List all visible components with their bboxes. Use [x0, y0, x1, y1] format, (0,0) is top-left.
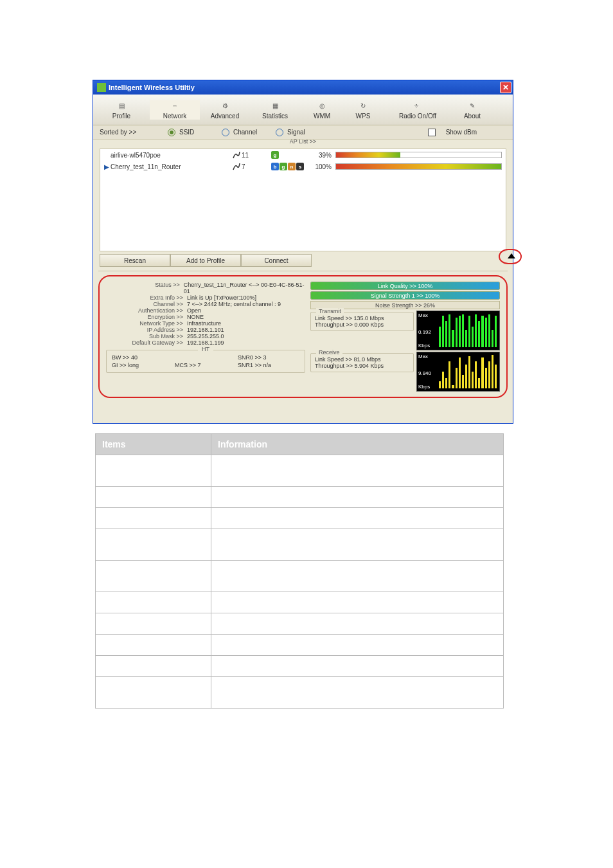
ht-snr0: SNR0 >> 3 [238, 354, 299, 361]
ap-row[interactable]: ▶Cherry_test_11n_Router7bgns100% [100, 161, 506, 172]
sort-bar: Sorted by >> SSID Channel Signal Show dB… [93, 125, 513, 140]
ht-legend: HT [198, 346, 213, 352]
table-row: Sub MaskShow the Sub Mask information. [96, 635, 504, 656]
transmit-legend: Transmit [316, 308, 344, 314]
info-cell: Show the link status. [211, 487, 504, 508]
item-cell: Channel [96, 508, 211, 529]
app-icon [97, 83, 106, 92]
tab-wmm[interactable]: ◎WMM [300, 100, 344, 120]
titlebar[interactable]: Intelligent Wireless Utiltiy ✕ [93, 80, 513, 95]
status-row: IP Address >>192.168.1.101 [106, 327, 305, 333]
ap-encryption: g [271, 151, 310, 159]
status-key: Default Gateway >> [106, 339, 183, 346]
table-row: Extra InfoShow the link status. [96, 487, 504, 508]
table-row: IP AddressShow the IP address informatio… [96, 613, 504, 635]
status-key: Extra Info >> [106, 294, 183, 301]
info-cell: Show the connection quality based on sig… [211, 677, 504, 709]
col-items: Items [96, 434, 211, 455]
status-key: IP Address >> [106, 327, 183, 333]
item-cell: Encryption [96, 561, 211, 592]
ap-list-label: AP List >> [93, 138, 513, 145]
rescan-button[interactable]: Rescan [100, 254, 170, 267]
ap-list[interactable]: airlive-wl5470poe11g39%▶Cherry_test_11n_… [100, 149, 506, 251]
tab-profile[interactable]: ▤Profile [93, 100, 150, 120]
info-cell: Network type in use, Infrastructure for … [211, 592, 504, 613]
transmit-group: Transmit Link Speed >> 135.0 Mbps Throug… [310, 312, 414, 331]
network-icon: ⎓ [167, 100, 182, 112]
receive-chart: Max 9.840 Kbps [416, 352, 500, 392]
tab-radio-onoff[interactable]: ᯤRadio On/Off [382, 100, 453, 120]
svg-rect-0 [97, 83, 106, 92]
status-row: Channel >>7 <--> 2442 MHz; central chann… [106, 301, 305, 307]
info-cell: Show the Sub Mask information. [211, 635, 504, 656]
status-value: 192.168.1.199 [183, 339, 224, 346]
table-row: StatusShow the current connected AP SSID… [96, 455, 504, 487]
status-key: Channel >> [106, 301, 183, 307]
status-row: Default Gateway >>192.168.1.199 [106, 339, 305, 346]
item-cell: Default Gateway [96, 656, 211, 677]
info-cell: Authentication mode used within the netw… [211, 529, 504, 561]
status-key: Network Type >> [106, 320, 183, 327]
status-row: Status >>Cherry_test_11n_Router <--> 00-… [106, 282, 305, 294]
ht-snr1: SNR1 >> n/a [238, 362, 299, 368]
info-cell: Show the default gateway information. [211, 656, 504, 677]
tx-throughput: Throughput >> 0.000 Kbps [315, 321, 384, 328]
ap-signal-percent: 100% [310, 163, 335, 170]
sort-channel-label: Channel [233, 129, 272, 136]
signal-icon [233, 151, 240, 159]
status-key: Authentication >> [106, 307, 183, 314]
wps-icon: ↻ [355, 100, 371, 112]
ap-signal-bar [335, 163, 502, 170]
tab-about[interactable]: ✎About [453, 100, 492, 120]
item-cell: Link Quality [96, 677, 211, 709]
ht-mcs: MCS >> 7 [175, 362, 236, 368]
status-value: 192.168.1.101 [183, 327, 224, 333]
sort-signal-radio[interactable] [276, 129, 283, 136]
tab-network[interactable]: ⎓Network [150, 100, 200, 120]
sort-channel-radio[interactable] [222, 129, 229, 136]
item-cell: Extra Info [96, 487, 211, 508]
col-information: Information [211, 434, 504, 455]
ap-encryption: bgns [271, 163, 310, 170]
receive-group: Receive Link Speed >> 81.0 Mbps Throughp… [310, 353, 414, 372]
status-value: Link is Up [TxPower:100%] [183, 294, 256, 301]
table-row: Default GatewayShow the default gateway … [96, 656, 504, 677]
status-key: Sub Mask >> [106, 333, 183, 339]
status-key: Status >> [106, 282, 180, 294]
tab-wps[interactable]: ↻WPS [344, 100, 382, 120]
status-row: Extra Info >>Link is Up [TxPower:100%] [106, 294, 305, 301]
ht-group: HT BW >> 40 SNR0 >> 3 GI >> long MCS >> … [106, 350, 305, 373]
sorted-by-label: Sorted by >> [100, 129, 164, 136]
expander-control[interactable] [499, 249, 522, 264]
tab-advanced[interactable]: ⚙Advanced [200, 100, 250, 120]
ap-channel: 7 [233, 163, 271, 170]
info-cell: Show the current connected AP SSID and M… [211, 455, 504, 487]
connect-button[interactable]: Connect [241, 254, 312, 267]
close-button[interactable]: ✕ [500, 82, 511, 93]
info-cell: Show the current channel in use. [211, 508, 504, 529]
toolbar: ▤Profile ⎓Network ⚙Advanced ▦Statistics … [93, 95, 513, 125]
info-cell: Show the IP address information. [211, 613, 504, 635]
item-cell: IP Address [96, 613, 211, 635]
ap-ssid: airlive-wl5470poe [111, 152, 233, 159]
tab-statistics[interactable]: ▦Statistics [250, 100, 300, 120]
ht-bw: BW >> 40 [112, 354, 173, 361]
ap-ssid: Cherry_test_11n_Router [111, 163, 233, 170]
table-row: AuthenticationAuthentication mode used w… [96, 529, 504, 561]
add-to-profile-button[interactable]: Add to Profile [170, 254, 241, 267]
gear-icon: ⚙ [217, 100, 233, 112]
ap-row[interactable]: airlive-wl5470poe11g39% [100, 149, 506, 161]
window-title: Intelligent Wireless Utiltiy [97, 83, 195, 92]
statistics-icon: ▦ [267, 100, 283, 112]
status-value: 7 <--> 2442 MHz; central channel : 9 [183, 301, 281, 307]
sort-ssid-radio[interactable] [168, 129, 175, 136]
info-cell: Show the encryption type currently in us… [211, 561, 504, 592]
show-dbm-checkbox[interactable] [428, 129, 436, 136]
selected-indicator-icon: ▶ [104, 163, 111, 170]
table-row: Network TypeNetwork type in use, Infrast… [96, 592, 504, 613]
wmm-icon: ◎ [314, 100, 330, 112]
app-window: Intelligent Wireless Utiltiy ✕ ▤Profile … [93, 80, 513, 424]
signal-strength-bar: Signal Strength 1 >> 100% [310, 291, 500, 300]
status-value: 255.255.255.0 [183, 333, 224, 339]
tx-link-speed: Link Speed >> 135.0 Mbps [315, 315, 384, 321]
